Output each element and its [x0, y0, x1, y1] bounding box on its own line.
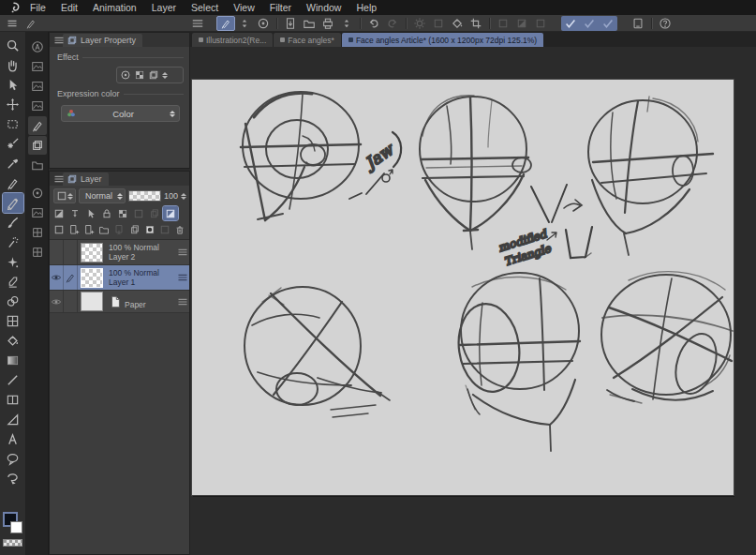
tool-eraser[interactable] — [3, 272, 23, 292]
thumbnail-toggle-button[interactable] — [52, 206, 67, 220]
dock-layer-property[interactable] — [28, 116, 47, 135]
tool-zoom[interactable] — [3, 36, 23, 55]
new-folder-button[interactable] — [97, 222, 111, 236]
tool-blend[interactable] — [3, 292, 23, 311]
tool-airbrush[interactable] — [3, 232, 23, 252]
palette-options-button[interactable] — [53, 188, 76, 203]
layer-thumbnail[interactable] — [81, 268, 103, 288]
tab-illustration2[interactable]: Illustration2(Re... — [192, 33, 273, 47]
dock-color-wheel[interactable] — [28, 184, 47, 202]
effect-expand-spinner[interactable] — [162, 72, 168, 79]
create-mask-button[interactable] — [142, 222, 156, 236]
menu-select[interactable]: Select — [184, 0, 226, 15]
tool-ruler[interactable] — [3, 410, 23, 429]
tool-eyedropper[interactable] — [3, 154, 23, 173]
onion-skin-button[interactable] — [147, 206, 162, 220]
layer-row-paper[interactable]: Paper — [50, 291, 189, 313]
export-button[interactable] — [281, 16, 300, 31]
tone-effect-button[interactable] — [134, 69, 145, 81]
transparent-color-swatch[interactable] — [3, 539, 22, 547]
open-folder-button[interactable] — [300, 16, 319, 31]
help-button[interactable] — [656, 16, 674, 31]
tool-balloon[interactable] — [3, 449, 23, 469]
tablet-mode-button[interactable] — [629, 16, 647, 31]
tool-selection-area[interactable] — [3, 114, 23, 134]
tab-face-angles-article[interactable]: Face angles Article* (1600 x 1200px 72dp… — [342, 33, 543, 47]
toolbar-left-pen-icon[interactable] — [22, 16, 40, 31]
new-document-button[interactable] — [216, 16, 235, 31]
undo-button[interactable] — [364, 16, 383, 31]
menu-layer[interactable]: Layer — [144, 0, 184, 15]
apply-mask-button[interactable] — [158, 222, 172, 236]
menu-filter[interactable]: Filter — [262, 0, 299, 15]
tool-pencil[interactable] — [3, 193, 23, 213]
settings-disc-button[interactable] — [254, 16, 273, 31]
layer-row-menu-icon[interactable] — [177, 247, 186, 258]
visibility-toggle[interactable] — [50, 291, 64, 312]
lock-transparent-pixels-button[interactable] — [115, 206, 130, 220]
dock-layer[interactable] — [28, 136, 47, 155]
display-c-button[interactable] — [531, 16, 550, 31]
dock-quick-access[interactable] — [28, 38, 47, 56]
background-color-swatch[interactable] — [10, 521, 22, 533]
toolbar-left-menu-icon[interactable] — [3, 16, 22, 31]
tool-pen[interactable] — [3, 173, 23, 193]
dock-color-set[interactable] — [28, 203, 47, 222]
clip-to-layer-below-button[interactable] — [67, 206, 82, 220]
reference-layer-button[interactable] — [83, 206, 98, 220]
tool-fill[interactable] — [3, 331, 23, 351]
snap-to-special-ruler-button[interactable] — [580, 16, 599, 31]
menu-help[interactable]: Help — [348, 0, 384, 15]
snap-to-grid-button[interactable] — [599, 16, 617, 31]
delete-layer-button[interactable] — [173, 222, 187, 236]
opacity-slider[interactable] — [128, 190, 161, 202]
dock-tool-property[interactable] — [28, 77, 47, 96]
layer-row-menu-icon[interactable] — [177, 296, 186, 308]
menu-animation[interactable]: Animation — [85, 0, 144, 15]
dock-navigator[interactable] — [28, 156, 47, 174]
tool-hand[interactable] — [3, 55, 23, 75]
lock-layer-button[interactable] — [99, 206, 114, 220]
fill-bucket-button[interactable] — [448, 16, 467, 31]
layer-property-tab[interactable]: Layer Property — [63, 34, 142, 47]
crop-frame-button[interactable] — [467, 16, 485, 31]
main-menu-button[interactable] — [188, 16, 207, 31]
layer-thumbnail[interactable] — [81, 292, 103, 311]
layer-color-effect-button[interactable] — [148, 69, 159, 81]
tool-brush[interactable] — [3, 213, 23, 232]
transfer-down-button[interactable] — [112, 222, 126, 236]
blend-mode-dropdown[interactable]: Normal — [79, 188, 126, 203]
tool-move-layer[interactable] — [3, 95, 23, 114]
tool-figure-grid[interactable] — [3, 311, 23, 331]
panel-menu-icon[interactable] — [53, 35, 65, 46]
menu-view[interactable]: View — [226, 0, 262, 15]
enable-keyframes-button[interactable] — [131, 206, 146, 220]
tool-frame-border[interactable] — [3, 390, 23, 410]
tool-decoration[interactable] — [3, 252, 23, 272]
app-logo-icon[interactable] — [6, 1, 22, 14]
layer-panel-tab[interactable]: Layer — [63, 172, 109, 186]
layer-row-layer2[interactable]: 100 % Normal Layer 2 — [50, 240, 189, 265]
display-b-button[interactable] — [512, 16, 531, 31]
new-raster-layer-button[interactable] — [52, 222, 66, 236]
tool-auto-select[interactable] — [3, 134, 23, 154]
layer-thumbnail[interactable] — [81, 243, 103, 262]
border-effect-button[interactable] — [120, 69, 131, 81]
tool-text[interactable] — [3, 429, 23, 449]
tool-correct-line[interactable] — [3, 469, 23, 488]
tab-face-angles[interactable]: Face angles* — [274, 33, 341, 47]
combine-down-button[interactable] — [127, 222, 141, 236]
print-button[interactable] — [319, 16, 337, 31]
snap-to-ruler-button[interactable] — [561, 16, 580, 31]
new-layer-button[interactable] — [67, 222, 81, 236]
new-layer-settings-button[interactable] — [82, 222, 96, 236]
nav-updown-button[interactable] — [235, 16, 254, 31]
panel-menu-icon[interactable] — [53, 173, 65, 185]
dock-sub-tool[interactable] — [28, 57, 47, 76]
invert-select-button[interactable] — [429, 16, 448, 31]
layer-row-menu-icon[interactable] — [177, 272, 186, 283]
dock-color-palette[interactable] — [28, 243, 47, 262]
tool-operation[interactable] — [3, 75, 23, 95]
expression-color-dropdown[interactable]: Color — [61, 105, 180, 122]
opacity-spinner[interactable] — [181, 193, 186, 200]
